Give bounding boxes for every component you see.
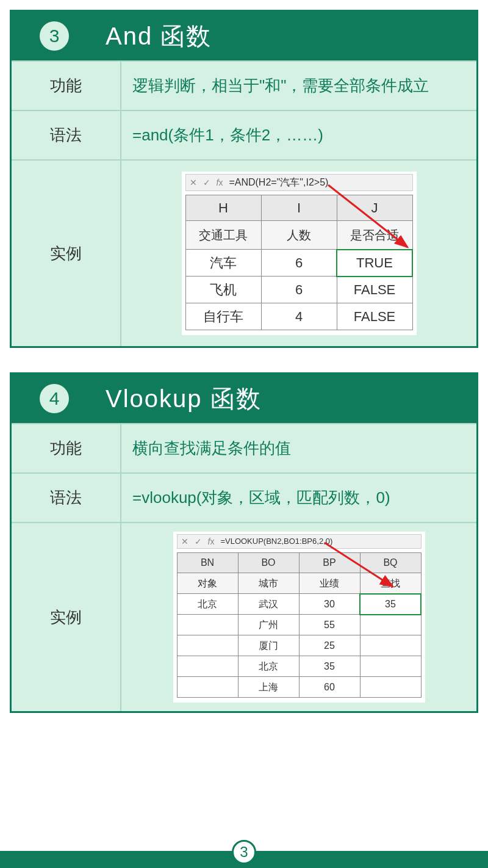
table-header-cell: 查找 (360, 573, 421, 594)
formula-bar: ✕ ✓ fx =VLOOKUP(BN2,BO1:BP6,2,0) (177, 534, 422, 549)
table-cell: 55 (299, 615, 360, 635)
table-header-cell: 业绩 (299, 573, 360, 594)
table-cell (177, 656, 238, 677)
table-cell: 北京 (177, 594, 238, 615)
example-table: BN BO BP BQ 对象 城市 业绩 查找 北京 武汉 30 (177, 552, 422, 698)
table-cell: 4 (261, 303, 337, 330)
table-cell: 25 (299, 635, 360, 656)
table-cell: 6 (261, 277, 337, 303)
example-screenshot: ✕ ✓ fx =VLOOKUP(BN2,BO1:BP6,2,0) BN BO B… (173, 532, 425, 703)
function-description: 逻辑判断，相当于"和"，需要全部条件成立 (121, 62, 476, 110)
check-icon: ✓ (203, 176, 210, 189)
row-label-function: 功能 (12, 62, 121, 110)
table-header-cell: 交通工具 (185, 221, 261, 250)
table-cell: 自行车 (185, 303, 261, 330)
table-header-cell: 人数 (261, 221, 337, 250)
table-header-cell: 对象 (177, 573, 238, 594)
syntax-text: =vlookup(对象，区域，匹配列数，0) (121, 474, 476, 522)
col-header: I (261, 195, 337, 221)
example-table: H I J 交通工具 人数 是否合适 汽车 6 TRUE (185, 195, 413, 330)
fx-icon: fx (208, 535, 215, 548)
card-number-badge: 4 (40, 384, 69, 413)
table-header-cell: 城市 (238, 573, 299, 594)
table-cell (360, 677, 421, 698)
card-title: And 函数 (106, 20, 212, 53)
table-cell: 厦门 (238, 635, 299, 656)
table-cell: 35 (299, 656, 360, 677)
check-icon: ✓ (195, 535, 202, 548)
table-cell (360, 615, 421, 635)
table-cell: 上海 (238, 677, 299, 698)
table-header-cell: 是否合适 (337, 221, 412, 250)
table-cell: 汽车 (185, 250, 261, 277)
row-label-syntax: 语法 (12, 111, 121, 159)
table-cell: FALSE (337, 303, 412, 330)
table-cell: 30 (299, 594, 360, 615)
table-cell-selected: TRUE (337, 250, 412, 277)
card-header: 4 Vlookup 函数 (12, 374, 476, 423)
col-header: BN (177, 553, 238, 573)
table-cell (360, 656, 421, 677)
row-label-syntax: 语法 (12, 474, 121, 522)
table-cell: FALSE (337, 277, 412, 303)
syntax-text: =and(条件1，条件2，……) (121, 111, 476, 159)
formula-text: =AND(H2="汽车",I2>5) (229, 175, 328, 190)
row-label-example: 实例 (12, 523, 121, 711)
table-cell (177, 615, 238, 635)
cancel-icon: ✕ (190, 176, 197, 189)
card-number-badge: 3 (40, 21, 69, 51)
col-header: BQ (360, 553, 421, 573)
col-header: J (337, 195, 412, 221)
col-header: BO (238, 553, 299, 573)
row-label-function: 功能 (12, 424, 121, 472)
table-cell: 广州 (238, 615, 299, 635)
formula-bar: ✕ ✓ fx =AND(H2="汽车",I2>5) (185, 174, 413, 191)
cancel-icon: ✕ (181, 535, 188, 548)
table-cell: 60 (299, 677, 360, 698)
table-cell: 飞机 (185, 277, 261, 303)
table-cell: 北京 (238, 656, 299, 677)
row-label-example: 实例 (12, 161, 121, 346)
col-header: H (185, 195, 261, 221)
table-cell: 6 (261, 250, 337, 277)
card-title: Vlookup 函数 (106, 382, 262, 416)
table-cell: 武汉 (238, 594, 299, 615)
example-screenshot: ✕ ✓ fx =AND(H2="汽车",I2>5) H I J 交通工具 人数 … (182, 172, 417, 335)
function-card-and: 3 And 函数 功能 逻辑判断，相当于"和"，需要全部条件成立 语法 =and… (10, 10, 478, 348)
table-cell (360, 635, 421, 656)
table-cell-selected: 35 (360, 594, 421, 615)
formula-text: =VLOOKUP(BN2,BO1:BP6,2,0) (220, 535, 332, 548)
page-number-badge: 3 (232, 840, 256, 864)
table-cell (177, 635, 238, 656)
function-card-vlookup: 4 Vlookup 函数 功能 横向查找满足条件的值 语法 =vlookup(对… (10, 372, 478, 713)
col-header: BP (299, 553, 360, 573)
function-description: 横向查找满足条件的值 (121, 424, 476, 472)
fx-icon: fx (217, 176, 223, 189)
table-cell (177, 677, 238, 698)
card-header: 3 And 函数 (12, 12, 476, 60)
